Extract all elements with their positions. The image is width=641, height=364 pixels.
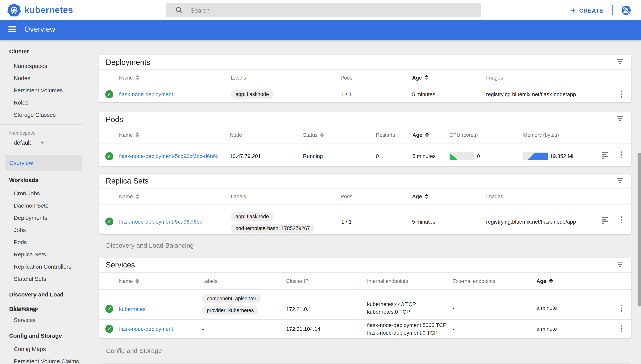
filter-icon[interactable]	[616, 116, 624, 122]
kebab-menu-icon[interactable]	[618, 152, 625, 158]
sidebar-item-persistent-volume-claims[interactable]: Persistent Volume Claims	[0, 355, 82, 364]
replica-sets-header-labels[interactable]: Labels	[231, 194, 246, 199]
deployments-header-images[interactable]: Images	[486, 75, 503, 81]
replica-set-age: 5 minutes	[412, 219, 435, 225]
replica-sets-header-age[interactable]: Age	[412, 194, 428, 199]
services-header-internal-endpoints[interactable]: Internal endpoints	[367, 278, 408, 284]
sidebar-item-jobs[interactable]: Jobs	[0, 224, 82, 236]
sidebar-item-daemon-sets[interactable]: Daemon Sets	[0, 200, 82, 212]
logs-icon[interactable]	[602, 217, 609, 223]
table-row: ✓ flask-node-deployment-5cd96cf6bc app: …	[99, 205, 631, 234]
sidebar-item-roles[interactable]: Roles	[0, 96, 82, 109]
deployment-pods: 1 / 1	[328, 91, 365, 97]
replica-set-pods: 1 / 1	[328, 219, 365, 225]
user-logged-out-icon[interactable]	[621, 5, 631, 15]
menu-icon[interactable]	[8, 26, 16, 32]
sidebar-item-deployments[interactable]: Deployments	[0, 212, 82, 224]
pods-header-cpu[interactable]: CPU (cores)	[450, 132, 478, 138]
sidebar-section-discovery[interactable]: Discovery and Load Balancing	[0, 287, 82, 302]
search-icon	[175, 6, 183, 14]
service-age: a minute	[536, 305, 557, 311]
replica-set-labels: app: flasknode pod-template-hash: 178527…	[231, 212, 314, 233]
sidebar-item-overview[interactable]: Overview	[4, 155, 82, 170]
create-button[interactable]: + CREATE	[570, 5, 603, 16]
search-bar[interactable]	[166, 3, 481, 17]
services-table-header: Name Labels Cluster IP Internal endpoint…	[99, 272, 631, 290]
sidebar-item-pods[interactable]: Pods	[0, 236, 82, 248]
replica-set-images: registry.ng.bluemix.net/flask-node/app	[486, 219, 576, 225]
sidebar-item-config-maps[interactable]: Config Maps	[0, 343, 82, 355]
create-label: CREATE	[579, 7, 603, 14]
pods-card: Pods Name Node Status Restarts Age CPU (…	[99, 112, 631, 166]
deployments-header-labels[interactable]: Labels	[231, 75, 246, 81]
service-external-endpoints: -	[452, 305, 454, 311]
sidebar-item-persistent-volumes[interactable]: Persistent Volumes	[0, 84, 82, 96]
pod-memory-value: 19.352 Mi	[550, 153, 573, 159]
replica-sets-table-header: Name Labels Pods Age Images	[99, 188, 631, 205]
sidebar-item-storage-classes[interactable]: Storage Classes	[0, 109, 82, 121]
pod-age: 5 minutes	[412, 153, 436, 159]
replica-sets-header-pods[interactable]: Pods	[328, 194, 365, 199]
sidebar-section-config[interactable]: Config and Storage	[0, 328, 82, 343]
sort-icon	[136, 75, 139, 80]
scrollbar-thumb[interactable]	[638, 154, 641, 306]
pods-header-node[interactable]: Node	[230, 132, 242, 138]
deployment-age: 5 minutes	[412, 91, 435, 97]
table-row: ✓ kubernetes component: apiserver provid…	[99, 290, 631, 320]
deployment-images: registry.ng.bluemix.net/flask-node/app	[486, 91, 576, 97]
filter-icon[interactable]	[616, 178, 624, 184]
filter-icon[interactable]	[616, 262, 624, 268]
label-chip: component: apiserver	[202, 294, 261, 303]
kebab-menu-icon[interactable]	[618, 91, 625, 98]
service-name-link[interactable]: kubernetes	[119, 306, 146, 312]
deployments-table-header: Name Labels Pods Age Images	[99, 70, 631, 86]
namespace-select[interactable]: default	[14, 139, 44, 149]
sidebar-item-namespaces[interactable]: Namespaces	[0, 60, 82, 72]
pod-restarts: 0	[376, 153, 379, 159]
sidebar-item-stateful-sets[interactable]: Stateful Sets	[0, 273, 82, 285]
deployment-name-link[interactable]: flask-node-deployment	[119, 91, 173, 97]
replica-set-name-link[interactable]: flask-node-deployment-5cd96cf6bc	[119, 219, 202, 225]
deployments-header-name[interactable]: Name	[119, 75, 139, 81]
kebab-menu-icon[interactable]	[618, 305, 625, 312]
deployments-header-age[interactable]: Age	[412, 75, 428, 81]
replica-sets-header-images[interactable]: Images	[486, 194, 503, 199]
sidebar-item-nodes[interactable]: Nodes	[0, 72, 82, 84]
filter-icon[interactable]	[616, 59, 624, 65]
sidebar-section-workloads[interactable]: Workloads	[0, 173, 82, 187]
main-panel: Deployments Name Labels Pods Age Images …	[99, 40, 631, 364]
kebab-menu-icon[interactable]	[618, 326, 625, 332]
pod-name-link[interactable]: flask-node-deployment-5cd96cf6bc-d6n6x	[119, 153, 218, 159]
services-header-age[interactable]: Age	[536, 278, 553, 284]
services-header-cluster-ip[interactable]: Cluster IP	[286, 278, 309, 284]
pod-status: Running	[303, 153, 323, 159]
label-chip: app: flasknode	[231, 90, 274, 99]
pods-header-age[interactable]: Age	[412, 132, 429, 138]
topbar-divider	[612, 5, 613, 15]
pods-header-status[interactable]: Status	[303, 132, 324, 138]
deployments-card: Deployments Name Labels Pods Age Images …	[99, 55, 631, 102]
label-chip: app: flasknode	[231, 212, 274, 221]
sidebar-item-replica-sets[interactable]: Replica Sets	[0, 248, 82, 260]
pods-header-restarts[interactable]: Restarts	[376, 132, 395, 138]
sidebar-item-replication-controllers[interactable]: Replication Controllers	[0, 260, 82, 273]
pods-header-memory[interactable]: Memory (bytes)	[523, 132, 559, 138]
pods-header-name[interactable]: Name	[119, 132, 139, 138]
sort-icon	[549, 278, 553, 284]
sidebar-item-cron-jobs[interactable]: Cron Jobs	[0, 187, 82, 200]
services-header-labels[interactable]: Labels	[202, 278, 218, 284]
sort-icon	[424, 194, 428, 199]
kebab-menu-icon[interactable]	[618, 216, 625, 223]
sidebar-section-cluster[interactable]: Cluster	[0, 46, 82, 58]
service-external-endpoints: -	[452, 326, 454, 332]
pod-node: 10.47.79.201	[230, 153, 261, 159]
search-input[interactable]	[190, 3, 474, 18]
deployments-header-pods[interactable]: Pods	[328, 75, 365, 81]
service-internal-endpoints: flask-node-deployment:5000 TCP flask-nod…	[367, 322, 449, 336]
replica-sets-header-name[interactable]: Name	[119, 194, 139, 199]
services-header-external-endpoints[interactable]: External endpoints	[452, 278, 495, 284]
service-name-link[interactable]: flask-node-deployment	[119, 326, 173, 332]
service-internal-endpoints: kubernetes:443 TCP kubernetes:0 TCP	[367, 301, 449, 316]
logs-icon[interactable]	[602, 152, 609, 158]
services-header-name[interactable]: Name	[119, 278, 139, 284]
